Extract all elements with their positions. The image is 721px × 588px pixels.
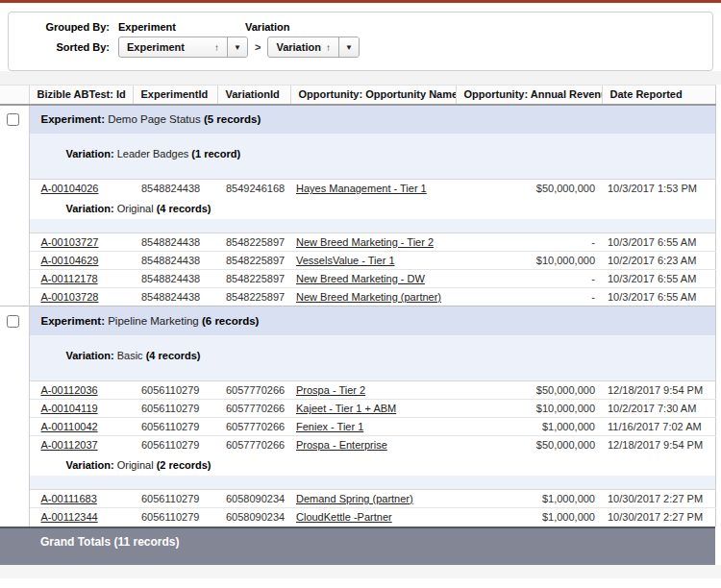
abtest-id-cell: A-00111683 xyxy=(29,490,133,508)
opportunity-name-link[interactable]: CloudKettle -Partner xyxy=(296,511,392,523)
experiment-id-cell: 6056110279 xyxy=(133,436,217,454)
column-header-date-reported[interactable]: Date Reported xyxy=(602,86,715,105)
record-row: A-0011203760561102796057770266Prospa - E… xyxy=(0,436,715,454)
group-select-checkbox[interactable] xyxy=(7,113,19,126)
spacer-fill xyxy=(29,164,715,180)
checkbox-column-cell xyxy=(0,134,29,143)
report-table-body: Experiment: Demo Page Status (5 records)… xyxy=(0,105,715,527)
sorted-by-row: Sorted By: Experiment ↑ ▼ > Variation ↑ … xyxy=(18,37,703,58)
experiment-id-cell: 6056110279 xyxy=(133,508,217,527)
checkbox-column-cell xyxy=(0,105,29,134)
opportunity-name-link[interactable]: New Breed Marketing (partner) xyxy=(296,291,441,303)
abtest-id-link[interactable]: A-00112344 xyxy=(41,511,98,523)
checkbox-column-cell xyxy=(0,508,29,527)
checkbox-column-cell xyxy=(0,454,29,476)
variation-group-row: Variation: Leader Badges (1 record) xyxy=(0,143,715,164)
opportunity-name-link[interactable]: Kajeet - Tier 1 + ABM xyxy=(296,403,396,414)
spacer-fill xyxy=(29,366,715,381)
report-header-row: Bizible ABTest: Id ExperimentId Variatio… xyxy=(0,86,715,105)
checkbox-column-cell xyxy=(0,143,29,164)
column-header-opportunity-name[interactable]: Opportunity: Opportunity Name xyxy=(290,86,456,105)
group-label-prefix: Variation: xyxy=(66,350,114,361)
sort-dropdown-variation-label: Variation xyxy=(276,41,320,53)
abtest-id-link[interactable]: A-00104026 xyxy=(41,183,99,194)
grand-totals-bar: Grand Totals (11 records) xyxy=(0,527,715,565)
experiment-group-row: Experiment: Pipeline Marketing (6 record… xyxy=(0,306,715,335)
opportunity-name-link[interactable]: Hayes Management - Tier 1 xyxy=(296,183,427,194)
opportunity-name-link[interactable]: VesselsValue - Tier 1 xyxy=(296,255,395,266)
opportunity-name-link[interactable]: Demand Spring (partner) xyxy=(296,493,413,504)
column-header-annual-revenue[interactable]: Opportunity: Annual Revenue xyxy=(456,86,602,105)
abtest-id-cell: A-00104629 xyxy=(29,252,133,270)
grouped-by-field-2: Variation xyxy=(245,21,289,33)
date-reported-cell: 10/2/2017 7:30 AM xyxy=(602,400,715,418)
abtest-id-link[interactable]: A-00104119 xyxy=(41,403,98,414)
group-record-count: (2 records) xyxy=(157,459,211,471)
date-reported-cell: 10/30/2017 2:27 PM xyxy=(602,490,715,508)
abtest-id-cell: A-00110042 xyxy=(29,418,133,436)
spacer-fill xyxy=(29,219,715,233)
abtest-id-link[interactable]: A-00103727 xyxy=(41,236,99,248)
sort-dropdown-experiment[interactable]: Experiment ↑ ▼ xyxy=(118,37,248,58)
variation-group-row: Variation: Original (4 records) xyxy=(0,198,715,219)
group-spacer-row xyxy=(0,476,715,490)
record-row: A-0011168360561102796058090234Demand Spr… xyxy=(0,490,715,508)
experiment-id-cell: 8548824438 xyxy=(133,288,217,306)
abtest-id-cell: A-00103727 xyxy=(29,233,133,252)
abtest-id-link[interactable]: A-00111683 xyxy=(41,493,97,504)
sort-ascending-icon: ↑ xyxy=(214,42,219,53)
group-label-prefix: Variation: xyxy=(66,459,114,471)
checkbox-column-cell xyxy=(0,164,29,180)
group-spacer-row xyxy=(0,164,715,180)
experiment-id-cell: 8548824438 xyxy=(133,252,217,270)
checkbox-column-cell xyxy=(0,288,29,306)
opportunity-name-cell: Kajeet - Tier 1 + ABM xyxy=(290,400,456,418)
abtest-id-link[interactable]: A-00103728 xyxy=(41,291,99,303)
opportunity-name-link[interactable]: Feniex - Tier 1 xyxy=(296,421,363,432)
spacer-fill xyxy=(29,134,715,143)
abtest-id-link[interactable]: A-00104629 xyxy=(41,255,99,266)
opportunity-name-cell: New Breed Marketing - DW xyxy=(290,270,456,288)
record-row: A-0011004260561102796057770266Feniex - T… xyxy=(0,418,715,436)
spacer-fill xyxy=(29,335,715,345)
group-label-name: Pipeline Marketing xyxy=(105,315,202,327)
group-record-count: (5 records) xyxy=(204,113,261,125)
opportunity-name-link[interactable]: New Breed Marketing - DW xyxy=(296,273,425,284)
variation-group-row: Variation: Basic (4 records) xyxy=(0,345,715,366)
checkbox-column-cell xyxy=(0,418,29,436)
column-header-variation-id[interactable]: VariationId xyxy=(217,86,290,105)
chevron-down-icon[interactable]: ▼ xyxy=(338,37,359,57)
abtest-id-cell: A-00112036 xyxy=(29,381,133,400)
group-label-name: Leader Badges xyxy=(114,148,192,159)
checkbox-column-cell xyxy=(0,335,29,345)
sort-dropdown-variation[interactable]: Variation ↑ ▼ xyxy=(267,37,359,58)
variation-id-cell: 6058090234 xyxy=(217,508,290,527)
checkbox-column-cell xyxy=(0,345,29,366)
variation-id-cell: 6057770266 xyxy=(217,381,290,400)
column-header-abtest-id[interactable]: Bizible ABTest: Id xyxy=(29,86,133,105)
abtest-id-link[interactable]: A-00110042 xyxy=(41,421,98,432)
abtest-id-link[interactable]: A-00112037 xyxy=(41,439,98,451)
variation-id-cell: 8548225897 xyxy=(217,252,290,270)
opportunity-name-link[interactable]: Prospa - Tier 2 xyxy=(296,384,365,396)
chevron-down-icon[interactable]: ▼ xyxy=(227,37,247,57)
annual-revenue-cell: $10,000,000 xyxy=(456,400,602,418)
opportunity-name-link[interactable]: Prospa - Enterprise xyxy=(296,439,387,451)
panel-table-gap xyxy=(0,71,721,85)
sort-dropdown-variation-button[interactable]: Variation ↑ xyxy=(268,37,337,57)
annual-revenue-cell: $1,000,000 xyxy=(456,490,602,508)
variation-id-cell: 8549246168 xyxy=(217,180,290,198)
abtest-id-cell: A-00104119 xyxy=(29,400,133,418)
variation-id-cell: 8548225897 xyxy=(217,270,290,288)
abtest-id-link[interactable]: A-00112178 xyxy=(41,273,98,284)
group-select-checkbox[interactable] xyxy=(7,315,19,328)
checkbox-column-cell xyxy=(0,219,29,233)
sort-dropdown-experiment-button[interactable]: Experiment ↑ xyxy=(119,37,227,57)
column-header-experiment-id[interactable]: ExperimentId xyxy=(133,86,217,105)
opportunity-name-link[interactable]: New Breed Marketing - Tier 2 xyxy=(296,236,434,248)
record-row: A-0010372885488244388548225897New Breed … xyxy=(0,288,715,306)
annual-revenue-cell: - xyxy=(456,288,602,306)
annual-revenue-cell: $1,000,000 xyxy=(456,508,602,527)
checkbox-column-cell xyxy=(0,252,29,270)
abtest-id-link[interactable]: A-00112036 xyxy=(41,384,98,396)
